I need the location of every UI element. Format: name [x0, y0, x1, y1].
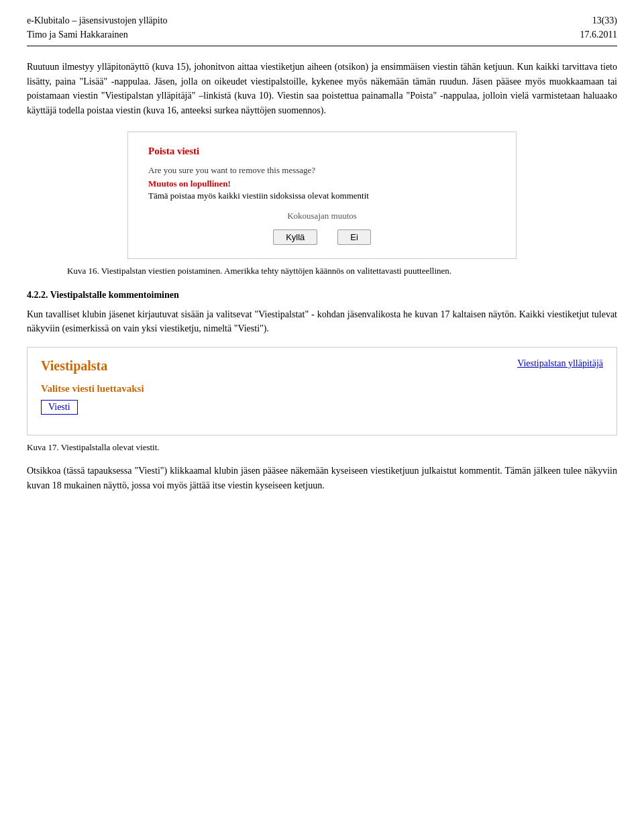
header-right: 13(33) 17.6.2011: [580, 13, 617, 42]
page-header: e-Klubitalo – jäsensivustojen ylläpito T…: [27, 13, 617, 46]
valitse-section: Valitse viesti luettavaksi Viesti: [41, 383, 603, 415]
page: e-Klubitalo – jäsensivustojen ylläpito T…: [0, 0, 644, 529]
viestipalsta-header: Viestipalsta Viestipalstan ylläpitäjä: [41, 358, 603, 374]
header-page: 13(33): [580, 13, 617, 28]
figure-16-warning-red: Muutos on lopullinen!: [148, 178, 496, 189]
section-422-heading: 4.2.2. Viestipalstalle kommentoiminen: [27, 290, 617, 301]
figure-17-caption: Kuva 17. Viestipalstalla olevat viestit.: [27, 442, 617, 453]
header-date: 17.6.2011: [580, 28, 617, 42]
paragraph-2: Kun tavalliset klubin jäsenet kirjautuva…: [27, 307, 617, 336]
figure-16-question: Are you sure you want to remove this mes…: [148, 165, 496, 176]
paragraph-1: Ruutuun ilmestyy ylläpitonäyttö (kuva 15…: [27, 60, 617, 118]
figure-16-box: Poista viesti Are you sure you want to r…: [127, 132, 517, 259]
figure-16-caption: Kuva 16. Viestipalstan viestien poistami…: [67, 266, 617, 276]
figure-16-title: Poista viesti: [148, 146, 496, 157]
valitse-title: Valitse viesti luettavaksi: [41, 383, 603, 395]
figure-17-box: Viestipalsta Viestipalstan ylläpitäjä Va…: [27, 347, 617, 435]
viesti-link[interactable]: Viesti: [41, 400, 78, 415]
figure-16-no-button[interactable]: Ei: [337, 229, 371, 245]
figure-16-message-label: Kokousajan muutos: [148, 211, 496, 221]
header-left: e-Klubitalo – jäsensivustojen ylläpito T…: [27, 13, 168, 42]
paragraph-3: Otsikkoa (tässä tapauksessa "Viesti") kl…: [27, 464, 617, 492]
figure-16-warning-black: Tämä poistaa myös kaikki viestiin sidoks…: [148, 191, 496, 201]
figure-16-buttons: Kyllä Ei: [148, 229, 496, 245]
viestipalsta-admin-link[interactable]: Viestipalstan ylläpitäjä: [517, 358, 603, 369]
header-author: Timo ja Sami Hakkarainen: [27, 28, 168, 42]
viestipalsta-title: Viestipalsta: [41, 358, 107, 374]
figure-16-yes-button[interactable]: Kyllä: [273, 229, 317, 245]
header-title: e-Klubitalo – jäsensivustojen ylläpito: [27, 13, 168, 28]
